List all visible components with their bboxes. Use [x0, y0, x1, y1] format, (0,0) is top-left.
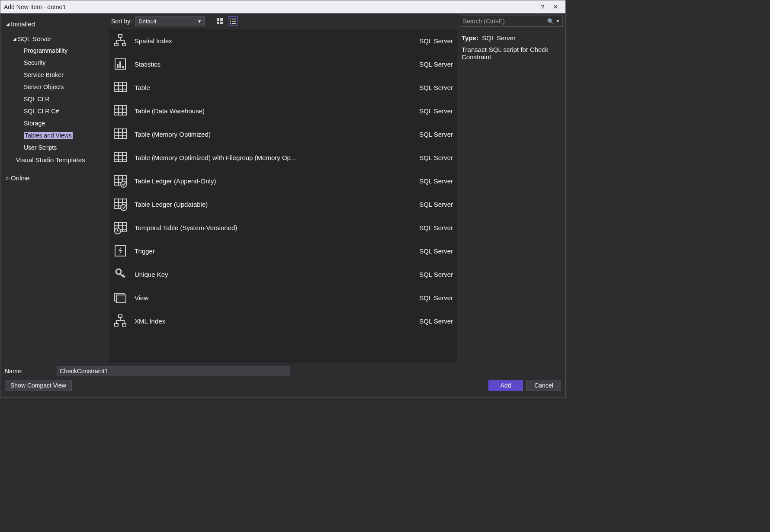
svg-point-6	[230, 21, 231, 22]
window-title: Add New Item - demo1	[4, 3, 536, 10]
key-icon	[113, 267, 128, 282]
table-icon	[113, 150, 128, 165]
template-row[interactable]: Spatial IndexSQL Server	[109, 29, 457, 52]
tree-vstemplates[interactable]: Visual Studio Templates	[2, 154, 107, 166]
template-category: SQL Server	[405, 247, 453, 255]
template-category: SQL Server	[405, 177, 453, 185]
titlebar: Add New Item - demo1 ? ✕	[0, 0, 565, 13]
template-row[interactable]: StatisticsSQL Server	[109, 52, 457, 76]
template-row[interactable]: TableSQL Server	[109, 76, 457, 99]
table-icon	[113, 103, 128, 118]
name-input[interactable]	[57, 366, 290, 376]
template-category: SQL Server	[405, 107, 453, 115]
template-category: SQL Server	[405, 201, 453, 208]
svg-rect-5	[232, 19, 236, 19]
template-row[interactable]: XML IndexSQL Server	[109, 309, 457, 333]
template-row[interactable]: Table (Memory Optimized) with Filegroup …	[109, 146, 457, 169]
tree-child-item[interactable]: Tables and Views	[2, 129, 107, 141]
template-category: SQL Server	[405, 271, 453, 278]
table-check-icon	[113, 173, 128, 188]
template-name: Table (Memory Optimized) with Filegroup …	[135, 154, 405, 161]
tree-online[interactable]: ▷ Online	[2, 172, 107, 184]
tree-label: Security	[24, 59, 46, 66]
template-row[interactable]: Table (Data Warehouse)SQL Server	[109, 99, 457, 122]
cancel-button[interactable]: Cancel	[526, 380, 561, 391]
template-row[interactable]: TriggerSQL Server	[109, 239, 457, 263]
svg-rect-7	[232, 21, 236, 22]
template-name: Spatial Index	[135, 37, 405, 45]
button-label: Add	[500, 382, 511, 389]
type-value: SQL Server	[482, 34, 516, 42]
template-row[interactable]: Temporal Table (System-Versioned)SQL Ser…	[109, 216, 457, 239]
caret-down-icon: ◢	[12, 36, 18, 41]
template-category: SQL Server	[405, 84, 453, 91]
template-name: XML Index	[135, 317, 405, 325]
tree-label: Programmability	[24, 47, 67, 54]
category-tree: ◢ Installed ◢ SQL Server Programmability…	[0, 13, 109, 363]
button-label: Cancel	[534, 382, 553, 389]
template-category: SQL Server	[405, 317, 453, 325]
template-name: Trigger	[135, 247, 405, 255]
template-category: SQL Server	[405, 61, 453, 68]
tree-child-item[interactable]: Storage	[2, 117, 107, 129]
bolt-icon	[113, 244, 128, 258]
tree-child-item[interactable]: Server Objects	[2, 81, 107, 93]
button-label: Show Compact View	[10, 382, 66, 389]
show-compact-view-button[interactable]: Show Compact View	[5, 380, 72, 391]
template-row[interactable]: Table Ledger (Append-Only)SQL Server	[109, 169, 457, 192]
sort-value: Default	[138, 18, 156, 25]
tree-label: Online	[11, 174, 29, 182]
template-name: Unique Key	[135, 271, 405, 278]
sort-dropdown[interactable]: Default ▼	[135, 16, 205, 26]
type-line: Type: SQL Server	[462, 34, 561, 42]
close-button[interactable]: ✕	[549, 3, 562, 11]
view-list-button[interactable]	[228, 16, 237, 26]
barchart-icon	[113, 57, 128, 71]
search-dropdown-icon[interactable]: ▼	[556, 19, 560, 23]
view-grid-button[interactable]	[215, 16, 225, 26]
template-name: Statistics	[135, 61, 405, 68]
search-box[interactable]: 🔍 ▼	[460, 16, 563, 27]
chevron-down-icon: ▼	[197, 19, 202, 24]
template-list[interactable]: Spatial IndexSQL ServerStatisticsSQL Ser…	[109, 29, 457, 363]
template-category: SQL Server	[405, 37, 453, 45]
caret-down-icon: ◢	[5, 22, 11, 26]
template-category: SQL Server	[405, 294, 453, 301]
tree-sqlserver[interactable]: ◢ SQL Server	[2, 32, 107, 45]
table-icon	[113, 80, 128, 95]
template-category: SQL Server	[405, 224, 453, 231]
table-icon	[113, 127, 128, 141]
template-row[interactable]: ViewSQL Server	[109, 286, 457, 309]
svg-rect-3	[220, 22, 223, 24]
tree-label: SQL CLR	[24, 96, 49, 103]
template-name: Table (Data Warehouse)	[135, 107, 405, 115]
sort-toolbar: Sort by: Default ▼	[109, 13, 457, 29]
tree-child-item[interactable]: Programmability	[2, 45, 107, 57]
svg-rect-0	[217, 18, 219, 21]
template-row[interactable]: Table (Memory Optimized)SQL Server	[109, 122, 457, 146]
template-category: SQL Server	[405, 131, 453, 138]
tree-installed[interactable]: ◢ Installed	[2, 18, 107, 30]
svg-rect-2	[217, 22, 219, 24]
tree-child-item[interactable]: SQL CLR C#	[2, 105, 107, 117]
tree-child-item[interactable]: User Scripts	[2, 141, 107, 154]
template-name: Temporal Table (System-Versioned)	[135, 224, 405, 231]
type-description: Transact-SQL script for Check Constraint	[462, 46, 561, 61]
search-input[interactable]	[463, 18, 547, 25]
tree-child-item[interactable]: Service Broker	[2, 69, 107, 81]
help-button[interactable]: ?	[536, 3, 549, 10]
caret-right-icon: ▷	[5, 176, 11, 180]
tree-label: Storage	[24, 120, 45, 127]
search-icon[interactable]: 🔍	[547, 18, 554, 25]
tree-label: Installed	[11, 20, 35, 28]
template-row[interactable]: Table Ledger (Updatable)SQL Server	[109, 192, 457, 216]
svg-point-8	[230, 23, 231, 24]
tree-child-item[interactable]: SQL CLR	[2, 93, 107, 105]
tree-child-item[interactable]: Security	[2, 57, 107, 69]
template-category: SQL Server	[405, 154, 453, 161]
template-name: Table	[135, 84, 405, 91]
tree-label: User Scripts	[24, 144, 57, 151]
add-button[interactable]: Add	[488, 380, 523, 391]
template-row[interactable]: Unique KeySQL Server	[109, 263, 457, 286]
tree-label: SQL Server	[18, 35, 51, 42]
